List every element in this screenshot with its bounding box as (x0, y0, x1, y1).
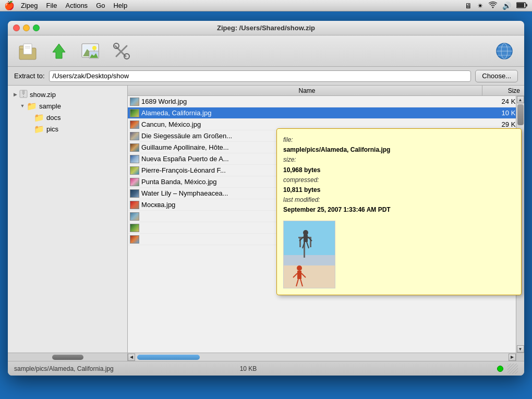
disclosure-sample: ▼ (19, 103, 26, 109)
tooltip-size-value: 10,968 bytes (283, 166, 320, 174)
file-list: Name Size 1689 World.jpg 24 KB (128, 86, 524, 361)
hscroll-track (135, 354, 509, 361)
file-thumbnail (130, 224, 139, 232)
table-row[interactable]: Alameda, California.jpg 10 KB (128, 107, 524, 119)
tooltip-popup: file: sample/pics/Alameda, California.jp… (276, 128, 522, 295)
svg-point-0 (492, 7, 494, 8)
table-row[interactable]: 1689 World.jpg 24 KB (128, 96, 524, 107)
svg-rect-2 (517, 3, 524, 7)
battery-icon (516, 2, 528, 10)
folder-icon-pics: 📁 (34, 124, 44, 134)
window-title: Zipeg: /Users/Shared/show.zip (217, 24, 315, 32)
content-area: ▶ show.zip ▼ 📁 sample (8, 86, 524, 361)
disclosure-docs (27, 114, 33, 120)
horizontal-scrollbar[interactable]: ◀ ▶ (128, 353, 516, 361)
apple-menu[interactable]: 🍎 (4, 1, 15, 10)
sidebar-label-docs: docs (46, 114, 61, 122)
sidebar-item-sample[interactable]: ▼ 📁 sample (8, 100, 127, 112)
file-thumbnail (130, 132, 139, 140)
sidebar-label-zip: show.zip (30, 91, 56, 99)
file-thumbnail (130, 235, 139, 244)
svg-rect-49 (507, 364, 518, 374)
sidebar-item-zip[interactable]: ▶ show.zip (8, 89, 127, 100)
menu-zipeg[interactable]: Zipeg (21, 2, 38, 9)
scroll-up-arrow[interactable]: ▲ (517, 96, 524, 103)
disclosure-icon: ▶ (12, 91, 18, 98)
status-indicator (497, 366, 503, 372)
svg-rect-35 (310, 237, 311, 247)
file-thumbnail (130, 178, 139, 186)
minimize-button[interactable] (23, 25, 30, 31)
file-thumbnail (130, 155, 139, 163)
tooltip-compressed-value: 10,811 bytes (283, 186, 320, 194)
tooltip-size-label: size: (283, 156, 296, 163)
menu-actions[interactable]: Actions (65, 2, 88, 9)
file-name: Alameda, California.jpg (128, 109, 482, 117)
extract-path[interactable]: /Users/zak/Desktop/show (49, 70, 471, 82)
svg-rect-31 (284, 255, 335, 265)
sidebar-item-pics[interactable]: 📁 pics (8, 123, 127, 135)
status-file: sample/pics/Alameda, California.jpg (14, 365, 236, 372)
globe-button[interactable] (491, 38, 518, 65)
svg-rect-6 (23, 44, 32, 54)
folder-icon-sample: 📁 (27, 101, 37, 111)
maximize-button[interactable] (33, 25, 40, 31)
volume-icon: 🔊 (502, 2, 511, 10)
file-thumbnail (130, 189, 139, 198)
svg-rect-34 (299, 237, 301, 247)
tooltip-modified-label: last modified: (283, 196, 320, 203)
tooltip-file-label: file: (283, 136, 293, 143)
zip-icon (19, 90, 28, 100)
sidebar-tree: ▶ show.zip ▼ 📁 sample (8, 86, 127, 138)
file-thumbnail (130, 120, 139, 129)
sidebar-label-sample: sample (39, 102, 61, 110)
titlebar-buttons (13, 25, 40, 31)
titlebar: Zipeg: /Users/Shared/show.zip (8, 21, 524, 35)
hatch-icon (507, 364, 518, 374)
menubar-items: Zipeg File Actions Go Help (21, 2, 127, 9)
file-thumbnail (130, 212, 139, 221)
file-thumbnail (130, 143, 139, 152)
tools-button[interactable] (108, 38, 135, 65)
svg-marker-9 (53, 44, 65, 58)
preview-button[interactable] (77, 38, 104, 65)
menubar: 🍎 Zipeg File Actions Go Help 🖥 ✴ 🔊 (0, 0, 532, 11)
scroll-down-arrow[interactable]: ▼ (517, 345, 524, 353)
choose-button[interactable]: Choose... (475, 70, 518, 82)
extract-bar: Extract to: /Users/zak/Desktop/show Choo… (8, 67, 524, 86)
svg-point-36 (303, 230, 308, 235)
extract-button[interactable] (14, 38, 41, 65)
tooltip-preview (283, 221, 335, 288)
scroll-left-arrow[interactable]: ◀ (128, 354, 135, 361)
file-name: 1689 World.jpg (128, 98, 482, 106)
disclosure-pics (27, 126, 33, 132)
menu-file[interactable]: File (46, 2, 57, 9)
svg-rect-27 (22, 90, 25, 94)
tooltip-file-value: sample/pics/Alameda, California.jpg (283, 146, 390, 153)
sidebar: ▶ show.zip ▼ 📁 sample (8, 86, 128, 361)
column-size[interactable]: Size (482, 87, 524, 94)
menu-help[interactable]: Help (113, 2, 127, 9)
sidebar-scrollbar[interactable] (8, 353, 127, 361)
tooltip-compressed-label: compressed: (283, 176, 319, 184)
monitor-icon: 🖥 (465, 2, 472, 10)
scroll-thumb[interactable] (517, 104, 524, 125)
sidebar-label-pics: pics (46, 125, 58, 133)
svg-rect-37 (304, 235, 308, 242)
column-name[interactable]: Name (128, 86, 482, 95)
statusbar: sample/pics/Alameda, California.jpg 10 K… (8, 361, 524, 376)
svg-rect-43 (297, 271, 301, 279)
scroll-right-arrow[interactable]: ▶ (509, 354, 516, 361)
hscroll-thumb[interactable] (137, 355, 200, 360)
wifi-icon (489, 1, 497, 10)
menubar-right: 🖥 ✴ 🔊 (465, 1, 528, 10)
file-name: Cancun, México.jpg (128, 120, 482, 129)
file-list-header: Name Size (128, 86, 524, 96)
file-thumbnail (130, 109, 139, 117)
sidebar-item-docs[interactable]: 📁 docs (8, 112, 127, 123)
extract-all-button[interactable] (45, 38, 72, 65)
sidebar-scroll-thumb (52, 355, 83, 360)
close-button[interactable] (13, 25, 20, 31)
menu-go[interactable]: Go (96, 2, 105, 9)
extract-label: Extract to: (14, 72, 45, 80)
